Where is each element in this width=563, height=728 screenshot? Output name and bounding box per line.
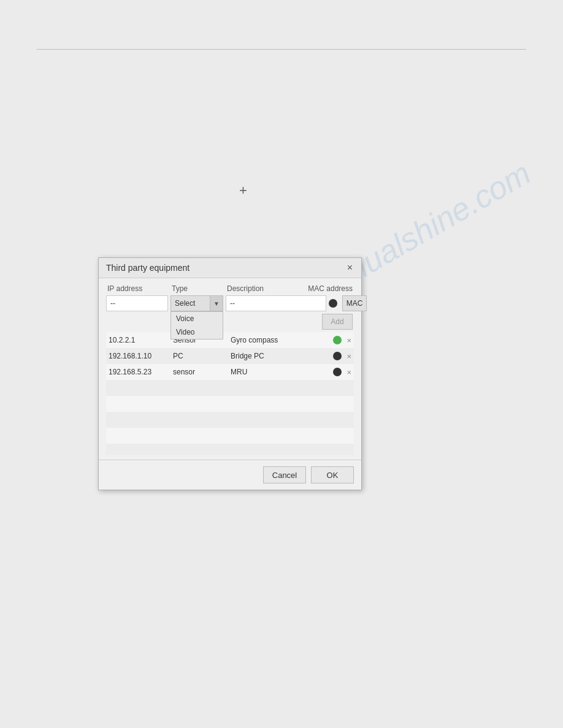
mac-status-dot-row1	[333, 336, 342, 344]
cell-ip: 192.168.5.23	[106, 368, 170, 376]
dialog-body: IP address Type Description MAC address …	[99, 278, 361, 455]
col-header-description: Description	[227, 284, 304, 293]
type-dropdown-arrow[interactable]: ▼	[210, 295, 223, 311]
cell-desc: MRU	[231, 368, 302, 376]
dialog-title-bar: Third party equipment ×	[99, 258, 361, 278]
modal-overlay: Third party equipment × IP address Type …	[0, 0, 563, 728]
table-row: 192.168.5.23 sensor MRU ×	[106, 364, 354, 380]
mac-status-dot-row2	[333, 352, 342, 360]
input-row: Select ▼ Voice Video MAC	[106, 295, 354, 311]
table-row: 192.168.1.10 PC Bridge PC ×	[106, 348, 354, 364]
col-header-mac: MAC address	[304, 284, 353, 293]
cell-desc: Bridge PC	[231, 352, 302, 360]
dialog-close-button[interactable]: ×	[346, 263, 354, 273]
type-dropdown-menu: Voice Video	[170, 311, 223, 339]
cell-type: PC	[173, 352, 228, 360]
cell-type: sensor	[173, 368, 228, 376]
empty-row	[106, 412, 354, 428]
empty-row	[106, 396, 354, 412]
remove-button-row2[interactable]: ×	[347, 352, 351, 360]
dropdown-item-voice[interactable]: Voice	[171, 312, 223, 325]
type-select-wrapper: Select ▼	[170, 295, 223, 311]
table-row: 10.2.2.1 Sensor Gyro compass ×	[106, 332, 354, 348]
cancel-button[interactable]: Cancel	[263, 466, 306, 483]
cell-mac: ×	[305, 336, 354, 344]
mac-status-dot	[329, 299, 337, 308]
mac-status-dot-row3	[333, 368, 342, 376]
col-header-type: Type	[172, 284, 227, 293]
cell-ip: 10.2.2.1	[106, 336, 170, 344]
dialog-title: Third party equipment	[106, 263, 190, 273]
cell-ip: 192.168.1.10	[106, 352, 170, 360]
cell-mac: ×	[305, 368, 354, 376]
col-header-ip: IP address	[107, 284, 172, 293]
empty-row	[106, 428, 354, 444]
ok-button[interactable]: OK	[311, 466, 354, 483]
cell-desc: Gyro compass	[231, 336, 302, 344]
ip-address-input[interactable]	[106, 295, 168, 311]
dropdown-item-video[interactable]: Video	[171, 325, 223, 339]
remove-button-row3[interactable]: ×	[347, 368, 351, 376]
empty-row	[106, 380, 354, 396]
add-button[interactable]: Add	[322, 314, 353, 330]
description-input[interactable]	[226, 295, 326, 311]
dialog-footer: Cancel OK	[99, 460, 361, 490]
table-header: IP address Type Description MAC address	[106, 284, 354, 293]
cell-mac: ×	[305, 352, 354, 360]
third-party-equipment-dialog: Third party equipment × IP address Type …	[98, 257, 362, 490]
type-select-button[interactable]: Select	[170, 295, 210, 311]
data-table[interactable]: 10.2.2.1 Sensor Gyro compass × 192.168.1…	[106, 332, 354, 455]
add-button-row: Add	[106, 314, 354, 330]
type-select-container: Select ▼ Voice Video	[170, 295, 223, 311]
remove-button-row1[interactable]: ×	[347, 336, 351, 344]
empty-row	[106, 444, 354, 455]
mac-button[interactable]: MAC	[342, 295, 367, 311]
mac-input-group: MAC	[329, 295, 367, 311]
